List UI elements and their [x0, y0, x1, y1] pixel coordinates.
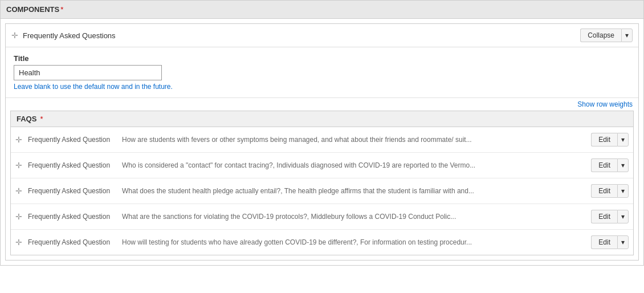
faq-row-text: What does the student health pledge actu… [122, 187, 585, 195]
components-required-star: * [60, 5, 63, 14]
faq-edit-group: Edit ▾ [591, 184, 629, 198]
faq-block-header: ✛ Frequently Asked Questions Collapse ▾ [6, 24, 638, 47]
faq-row-type: Frequently Asked Question [28, 238, 116, 246]
faq-edit-button[interactable]: Edit [591, 184, 617, 198]
title-label: Title [14, 54, 630, 63]
faq-edit-group: Edit ▾ [591, 158, 629, 172]
faq-row-text: How are students with fevers or other sy… [122, 136, 585, 144]
faq-row-drag-handle[interactable]: ✛ [15, 238, 22, 247]
collapse-button[interactable]: Collapse [580, 29, 621, 42]
faq-row-type: Frequently Asked Question [28, 187, 116, 195]
faq-row-type: Frequently Asked Question [28, 213, 116, 221]
faq-edit-group: Edit ▾ [591, 235, 629, 249]
components-header: COMPONENTS* [1, 1, 643, 19]
faq-row-text: How will testing for students who have a… [122, 238, 585, 246]
faq-row: ✛ Frequently Asked Question What does th… [11, 178, 633, 204]
title-section: Title Leave blank to use the default now… [6, 47, 638, 97]
faqs-required-star: * [40, 115, 43, 123]
faq-row: ✛ Frequently Asked Question What are the… [11, 204, 633, 230]
faq-drag-handle[interactable]: ✛ [11, 31, 18, 40]
faq-row-drag-handle[interactable]: ✛ [15, 135, 22, 144]
faq-row-drag-handle[interactable]: ✛ [15, 186, 22, 196]
collapse-btn-group: Collapse ▾ [580, 29, 633, 42]
faqs-header-label: FAQS [17, 115, 36, 123]
faq-edit-button[interactable]: Edit [591, 235, 617, 249]
faq-row: ✛ Frequently Asked Question Who is consi… [11, 153, 633, 178]
title-input[interactable] [14, 65, 162, 80]
faq-edit-dropdown-button[interactable]: ▾ [617, 235, 629, 249]
collapse-dropdown-button[interactable]: ▾ [621, 29, 633, 42]
faq-row-type: Frequently Asked Question [28, 161, 116, 169]
faq-edit-group: Edit ▾ [591, 210, 629, 223]
faq-row-drag-handle[interactable]: ✛ [15, 161, 22, 170]
faq-block-title: Frequently Asked Questions [23, 31, 116, 40]
faqs-section: FAQS* ✛ Frequently Asked Question How ar… [10, 111, 634, 255]
faq-edit-dropdown-button[interactable]: ▾ [617, 158, 629, 172]
faq-edit-button[interactable]: Edit [591, 133, 617, 146]
row-weights-bar: Show row weights [6, 97, 638, 111]
title-hint: Leave blank to use the default now and i… [14, 83, 630, 91]
faq-block-header-left: ✛ Frequently Asked Questions [11, 31, 116, 40]
faq-row-type: Frequently Asked Question [28, 136, 116, 144]
faq-edit-group: Edit ▾ [591, 133, 629, 146]
faq-row: ✛ Frequently Asked Question How are stud… [11, 127, 633, 153]
faq-edit-button[interactable]: Edit [591, 158, 617, 172]
faq-row-text: Who is considered a "contact" for contac… [122, 161, 585, 169]
components-label: COMPONENTS [6, 5, 59, 14]
faq-row: ✛ Frequently Asked Question How will tes… [11, 230, 633, 255]
faq-row-drag-handle[interactable]: ✛ [15, 212, 22, 221]
faq-edit-button[interactable]: Edit [591, 210, 617, 223]
faq-block: ✛ Frequently Asked Questions Collapse ▾ … [5, 23, 639, 261]
faqs-rows-container: ✛ Frequently Asked Question How are stud… [11, 127, 633, 255]
faqs-header: FAQS* [11, 111, 633, 127]
faq-edit-dropdown-button[interactable]: ▾ [617, 210, 629, 223]
faq-edit-dropdown-button[interactable]: ▾ [617, 133, 629, 146]
faq-edit-dropdown-button[interactable]: ▾ [617, 184, 629, 198]
page-wrapper: COMPONENTS* ✛ Frequently Asked Questions… [0, 0, 644, 266]
show-row-weights-link[interactable]: Show row weights [577, 100, 633, 108]
faq-row-text: What are the sanctions for violating the… [122, 213, 585, 221]
